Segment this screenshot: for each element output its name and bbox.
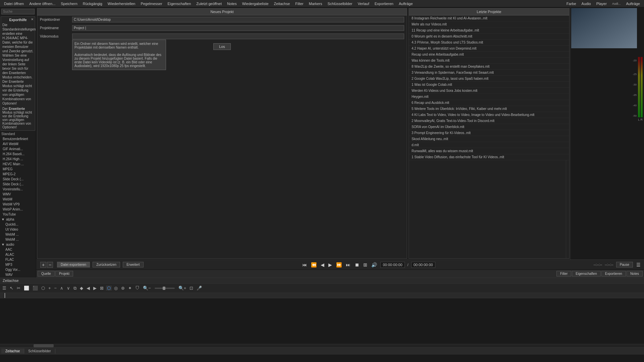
projektname-input[interactable] xyxy=(72,25,404,31)
schluesselbilder-tab[interactable]: Schlüsselbilder xyxy=(24,349,55,354)
tl-zoom-out-button[interactable]: 🔍− xyxy=(142,286,152,291)
menu-speichern[interactable]: Speichern xyxy=(58,1,80,6)
menu-notes[interactable]: Notes xyxy=(224,1,239,6)
play-button[interactable]: ▶ xyxy=(328,262,333,267)
sidebar-item-mpeg2[interactable]: MPEG-2 xyxy=(0,172,36,177)
menu-transport-icon[interactable]: ☰ xyxy=(636,262,641,267)
menu-verlauf[interactable]: Verlauf xyxy=(355,1,372,6)
sidebar-item-slide-deck1[interactable]: Slide Deck (... xyxy=(0,177,36,182)
timeline-tracks[interactable] xyxy=(0,298,644,344)
tl-star-button[interactable]: ✦ xyxy=(127,286,133,291)
tl-active-button[interactable]: ⬡ xyxy=(106,286,112,291)
tl-circle-button[interactable]: ◎ xyxy=(113,286,119,291)
list-item[interactable]: 5 Weitere Tools im Überblick: InVideo, F… xyxy=(409,106,569,112)
stop-button[interactable]: ⏹ xyxy=(354,262,360,267)
menu-audio[interactable]: Audio xyxy=(579,1,594,6)
quelle-tab[interactable]: Quelle xyxy=(38,271,55,277)
list-item[interactable]: Skool ANleitung neu..mlt xyxy=(409,136,569,142)
menu-zeitachse[interactable]: Zeitachse xyxy=(271,1,293,6)
filter-tab[interactable]: Filter xyxy=(556,271,571,277)
list-item[interactable]: 3 Prompt Engineering für KI-Videos..mlt xyxy=(409,130,569,136)
sidebar-item-slide-deck2[interactable]: Slide Deck (... xyxy=(0,182,36,187)
sidebar-item-alac[interactable]: ALAC xyxy=(0,252,36,257)
sidebar-item-webm-a1[interactable]: WebM ... xyxy=(0,232,36,237)
sidebar-item-ogg[interactable]: Ogg Vor... xyxy=(0,267,36,272)
pause-button[interactable]: Pause xyxy=(616,262,633,267)
horizontal-scrollbar[interactable] xyxy=(0,344,644,347)
sidebar-item-aac[interactable]: AAC xyxy=(0,247,36,252)
tl-hamburger-button[interactable]: ☰ xyxy=(1,286,7,291)
tl-link-button[interactable]: ⧉ xyxy=(72,286,77,291)
list-item[interactable]: Recap und eine Arbeitsaufgabe.mlt xyxy=(409,52,569,58)
tl-zoom-in-button[interactable]: 🔍+ xyxy=(177,286,187,291)
list-item[interactable]: Was können die Tools.mlt xyxy=(409,58,569,64)
tl-select-button[interactable]: ↖ xyxy=(9,286,14,291)
sidebar-item-webm[interactable]: WebM xyxy=(0,197,36,202)
menu-zuletzt-geoeffnet[interactable]: Zuletzt geöffnet xyxy=(194,1,224,6)
tl-ripple-button[interactable]: ⬜ xyxy=(23,286,30,291)
sidebar-item-webp-anim[interactable]: WebP Anim... xyxy=(0,207,36,212)
sidebar-item-flac[interactable]: FLAC xyxy=(0,257,36,262)
tl-wave-down-button[interactable]: ∨ xyxy=(66,286,71,291)
sidebar-item-h264-baseli[interactable]: H.264 Baseli... xyxy=(0,152,36,157)
list-item[interactable]: 3 Verwandlung in Spiderman, FaceSwap mit… xyxy=(409,70,569,76)
add-button[interactable]: + xyxy=(40,262,46,268)
goto-end-button[interactable]: ⏭ xyxy=(345,262,351,267)
sidebar-item-avi-webm[interactable]: AVI WebM xyxy=(0,141,36,146)
play-reverse-button[interactable]: ◀ xyxy=(320,262,325,267)
los-button[interactable]: Los xyxy=(213,43,231,50)
list-item[interactable]: 11 Recap und eine kleine Arbeitsaufgabe.… xyxy=(409,27,569,34)
menu-rueckgaengig[interactable]: Rückgängig xyxy=(80,1,105,6)
tl-splice-button[interactable]: ⬡ xyxy=(40,286,46,291)
list-item[interactable]: SORA von OpenAI im Überblick.mlt xyxy=(409,124,569,130)
list-item[interactable]: 4 KI Labs Text to Video, Video to Video,… xyxy=(409,112,569,118)
menu-pegelmesser[interactable]: Pegelmesser xyxy=(138,1,165,6)
erweitert-button[interactable]: Erweitert xyxy=(123,262,143,267)
list-item[interactable]: 2 MoonvalleyAI, Gratis Text-to-Video-Too… xyxy=(409,118,569,124)
list-item[interactable]: 4.3 PiVerse, Morph Studios und LTS Studi… xyxy=(409,40,569,46)
list-item[interactable]: Werden KI-Videos und Sora Jobs kosten.ml… xyxy=(409,88,569,94)
step-back-button[interactable]: ⏪ xyxy=(310,262,317,267)
menu-exportieren[interactable]: Exportieren xyxy=(372,1,396,6)
videomodus-input[interactable] xyxy=(72,34,404,39)
zoom-slider[interactable] xyxy=(155,288,175,289)
sidebar-item-wmv[interactable]: WMV xyxy=(0,192,36,197)
sidebar-item-voreinstellu[interactable]: Voreinstellu... xyxy=(0,187,36,192)
tl-fit-button[interactable]: ⊡ xyxy=(189,286,194,291)
list-item[interactable]: 1 Stable Video Diffusion, das einfachste… xyxy=(409,154,569,160)
tl-marker-button[interactable]: ◆ xyxy=(79,286,84,291)
menu-auftraege-right[interactable]: Aufträge xyxy=(623,1,643,6)
list-item[interactable]: 0 Worum geht es in diesem Abschnitt.mlt xyxy=(409,34,569,40)
zeitachse-tab[interactable]: Zeitachse xyxy=(1,349,24,354)
list-item[interactable]: 2 Google Colab Wav2Lip, lasst uns Spaß h… xyxy=(409,76,569,82)
sidebar-item-webm-vp9[interactable]: WebM VP9 xyxy=(0,202,36,207)
step-forward-button[interactable]: ⏩ xyxy=(335,262,342,267)
sidebar-item-webm-a2[interactable]: WebM ... xyxy=(0,237,36,242)
remove-button[interactable]: − xyxy=(47,262,53,268)
projekt-tab[interactable]: Projekt xyxy=(55,271,73,277)
tl-add-clip-button[interactable]: + xyxy=(47,286,52,291)
menu-datei-oeffnen[interactable]: Datei öffnen xyxy=(1,1,26,6)
sidebar-group-audio[interactable]: ▼ audio xyxy=(0,242,36,247)
sidebar-group-alpha[interactable]: ▼ alpha xyxy=(0,217,36,222)
notes-tab[interactable]: Notes xyxy=(627,271,643,277)
list-item[interactable]: Heygen.mlt xyxy=(409,94,569,100)
menu-andere-oeffnen[interactable]: Andere öffnen... xyxy=(26,1,58,6)
sidebar-item-h264-high[interactable]: H.264 High ... xyxy=(0,157,36,162)
exporthilfe-close-icon[interactable]: ✕ xyxy=(31,17,34,21)
projektordner-input[interactable] xyxy=(72,17,404,22)
sidebar-item-ut-video[interactable]: Ut Video xyxy=(0,227,36,232)
menu-wiedergabeliste[interactable]: Wiedergabeliste xyxy=(239,1,271,6)
tl-cut-button[interactable]: ✂ xyxy=(16,286,21,291)
list-item[interactable]: 8 Wav2Lip die Zweite, so erstellt man De… xyxy=(409,64,569,70)
menu-eigenschaften[interactable]: Eigenschaften xyxy=(165,1,194,6)
list-item[interactable]: d.mlt xyxy=(409,142,569,148)
volume-button[interactable]: 🔊 xyxy=(371,262,378,267)
menu-schluesselbilder[interactable]: Schlüsselbilder xyxy=(325,1,355,6)
tl-shield-button[interactable]: ⛉ xyxy=(134,286,141,291)
tl-clock-button[interactable]: ⊛ xyxy=(120,286,126,291)
tl-next-button[interactable]: ▶ xyxy=(92,286,98,291)
datei-exportieren-button[interactable]: Datei exportieren xyxy=(57,262,90,267)
menu-filter[interactable]: Filter xyxy=(292,1,306,6)
menu-markers[interactable]: Markers xyxy=(306,1,325,6)
